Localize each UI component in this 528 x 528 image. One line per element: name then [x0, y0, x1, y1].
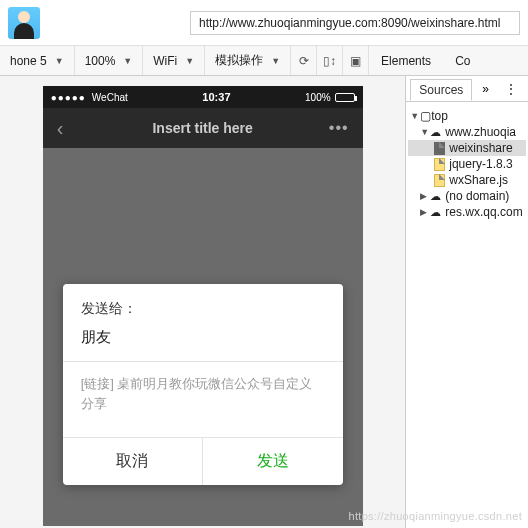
- file-icon: [434, 174, 445, 187]
- file-icon: [434, 158, 445, 171]
- more-icon[interactable]: •••: [325, 119, 349, 137]
- rotate-icon[interactable]: ⟳: [291, 46, 317, 75]
- network-value: WiFi: [153, 54, 177, 68]
- file-icon: [434, 142, 445, 155]
- battery-icon: [335, 93, 355, 102]
- network-select[interactable]: WiFi▼: [143, 46, 205, 75]
- recipient-name: 朋友: [81, 328, 325, 347]
- carrier-label: WeChat: [92, 92, 128, 103]
- send-button[interactable]: 发送: [203, 438, 343, 485]
- device-viewport: ●●●●● WeChat 10:37 100% ‹ Insert title h…: [0, 76, 405, 528]
- sources-file-tree: ▼▢ top ▼☁www.zhuoqia weixinshare jquery-…: [406, 102, 528, 226]
- tree-top[interactable]: ▼▢ top: [408, 108, 526, 124]
- battery-percent: 100%: [305, 92, 331, 103]
- share-link-preview: [链接] 桌前明月教你玩微信公众号自定义分享: [81, 374, 325, 413]
- device-toolbar: hone 5▼ 100%▼ WiFi▼ 模拟操作▼ ⟳ ▯↕ ▣ Element…: [0, 46, 528, 76]
- status-time: 10:37: [128, 91, 305, 103]
- chevron-down-icon: ▼: [55, 56, 64, 66]
- send-to-label: 发送给：: [81, 300, 325, 318]
- page-title: Insert title here: [81, 120, 325, 136]
- chevron-down-icon: ▼: [185, 56, 194, 66]
- throttle-value: 模拟操作: [215, 52, 263, 69]
- dialog-divider: [63, 361, 343, 362]
- cancel-button[interactable]: 取消: [63, 438, 204, 485]
- tree-domain[interactable]: ▼☁www.zhuoqia: [408, 124, 526, 140]
- chevron-down-icon: ▼: [271, 56, 280, 66]
- tree-nodomain[interactable]: ▶☁(no domain): [408, 188, 526, 204]
- devtools-tab-bar: Sources » ⋮: [406, 76, 528, 102]
- zoom-value: 100%: [85, 54, 116, 68]
- share-dialog: 发送给： 朋友 [链接] 桌前明月教你玩微信公众号自定义分享 取消 发送: [63, 284, 343, 485]
- device-select[interactable]: hone 5▼: [0, 46, 75, 75]
- browser-top-bar: [0, 0, 528, 46]
- phone-screen: ●●●●● WeChat 10:37 100% ‹ Insert title h…: [43, 86, 363, 526]
- cloud-icon: ☁: [430, 190, 441, 203]
- tabs-overflow-icon[interactable]: »: [476, 82, 495, 96]
- device-name: hone 5: [10, 54, 47, 68]
- tree-file-wxshare[interactable]: wxShare.js: [408, 172, 526, 188]
- dialog-buttons: 取消 发送: [63, 437, 343, 485]
- tab-elements[interactable]: Elements: [369, 46, 443, 75]
- tab-console[interactable]: Co: [443, 46, 482, 75]
- phone-nav-bar: ‹ Insert title here •••: [43, 108, 363, 148]
- inspect-icon[interactable]: ▣: [343, 46, 369, 75]
- signal-icon: ●●●●●: [51, 92, 86, 103]
- chevron-down-icon: ▼: [123, 56, 132, 66]
- ruler-icon[interactable]: ▯↕: [317, 46, 343, 75]
- tree-reswx[interactable]: ▶☁res.wx.qq.com: [408, 204, 526, 220]
- cloud-icon: ☁: [430, 206, 441, 219]
- back-icon[interactable]: ‹: [57, 117, 81, 140]
- zoom-select[interactable]: 100%▼: [75, 46, 144, 75]
- devtools-panel: Sources » ⋮ ▼▢ top ▼☁www.zhuoqia weixins…: [405, 76, 528, 528]
- profile-avatar[interactable]: [8, 7, 40, 39]
- throttle-select[interactable]: 模拟操作▼: [205, 46, 291, 75]
- tab-sources[interactable]: Sources: [410, 79, 472, 101]
- kebab-menu-icon[interactable]: ⋮: [499, 82, 524, 96]
- tree-file-html[interactable]: weixinshare: [408, 140, 526, 156]
- workspace: ●●●●● WeChat 10:37 100% ‹ Insert title h…: [0, 76, 528, 528]
- tree-file-jquery[interactable]: jquery-1.8.3: [408, 156, 526, 172]
- address-bar[interactable]: [190, 11, 520, 35]
- cloud-icon: ☁: [430, 126, 441, 139]
- phone-status-bar: ●●●●● WeChat 10:37 100%: [43, 86, 363, 108]
